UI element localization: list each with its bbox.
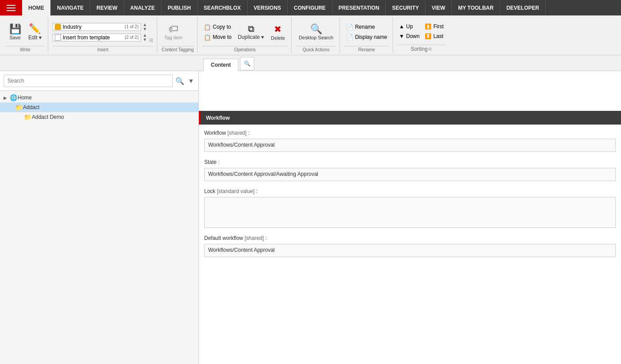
template-down-arrow[interactable]: ▼ [143, 38, 147, 42]
tree-node-home[interactable]: ▶ 🌐 Home [0, 93, 198, 102]
delete-button[interactable]: ✖ Delete [268, 23, 288, 42]
menu-item-publish[interactable]: PUBLISH [161, 0, 198, 15]
ribbon-group-rename: 📄 Rename 📄 Display name Rename [341, 17, 393, 53]
edit-label: Edit ▾ [28, 34, 42, 41]
menu-item-security[interactable]: SECURITY [386, 0, 426, 15]
move-icon: 📋 [204, 34, 211, 41]
menu-item-presentation[interactable]: PRESENTATION [332, 0, 386, 15]
lock-field-row: Lock [standard value] : [204, 188, 616, 228]
lock-value [204, 197, 616, 228]
main-area: 🔍 ▼ ▶ 🌐 Home 📁 Addact 📁 Addact Demo [0, 71, 621, 364]
display-name-button[interactable]: 📄 Display name [344, 33, 389, 42]
industry-icon [55, 24, 61, 30]
default-workflow-label: Default workflow [shared] : [204, 235, 616, 241]
insert-buttons: Industry (1 of 2) ▲ ▼ Insert from templa… [53, 17, 153, 45]
menu-item-developer[interactable]: DEVELOPER [500, 0, 546, 15]
content-area: Workflow Workflow [shared] : Workflows/C… [199, 71, 621, 364]
rename-group-label: Rename [344, 46, 389, 53]
industry-down-arrow[interactable]: ▼ [143, 27, 147, 31]
left-panel: 🔍 ▼ ▶ 🌐 Home 📁 Addact 📁 Addact Demo [0, 71, 199, 364]
menu-item-versions[interactable]: VERSIONS [248, 0, 288, 15]
edit-button[interactable]: ✏️ Edit ▾ [26, 23, 44, 42]
content-tabs-bar: Content 🔍 [0, 55, 621, 71]
workflow-shared-text: [shared] [227, 130, 246, 136]
quick-actions-buttons: 🔍 Desktop Search [296, 17, 336, 45]
rename-button[interactable]: 📄 Rename [344, 23, 389, 31]
menu-item-review[interactable]: REVIEW [90, 0, 124, 15]
copy-to-button[interactable]: 📋 Copy to [202, 23, 233, 31]
tree-label-home: Home [18, 95, 32, 101]
desktop-search-button[interactable]: 🔍 Desktop Search [296, 23, 336, 41]
sort-first-button[interactable]: ⏫ First [423, 23, 445, 30]
copy-to-label: Copy to [213, 24, 231, 30]
template-up-arrow[interactable]: ▲ [143, 33, 147, 38]
hamburger-icon [7, 5, 15, 11]
tab-search-button[interactable]: 🔍 [240, 57, 254, 70]
insert-from-template-label: Insert from template [63, 34, 110, 41]
menu-item-searchblox[interactable]: SEARCHBLOX [198, 0, 248, 15]
up-label: Up [406, 23, 413, 30]
first-icon: ⏫ [425, 23, 431, 30]
rename-stacked: 📄 Rename 📄 Display name [344, 23, 389, 42]
menu-item-analyze[interactable]: ANALYZE [124, 0, 162, 15]
workflow-value: Workflows/Content Approval [204, 139, 616, 152]
state-label: State : [204, 159, 616, 165]
right-panel: Workflow Workflow [shared] : Workflows/C… [199, 71, 621, 364]
search-button[interactable]: 🔍 [175, 76, 185, 86]
folder-icon-addact-demo: 📁 [24, 114, 31, 121]
operations-buttons: 📋 Copy to 📋 Move to ⧉ Duplicate ▾ ✖ Dele… [202, 17, 288, 45]
ribbon-group-write: 💾 Save ✏️ Edit ▾ Write [3, 17, 48, 53]
workflow-section: Workflow Workflow [shared] : Workflows/C… [199, 111, 621, 269]
menu-item-my-toolbar[interactable]: MY TOOLBAR [452, 0, 500, 15]
content-top-space [199, 71, 621, 111]
industry-arrows-2: ▲ ▼ [143, 33, 147, 42]
display-name-icon: 📄 [346, 34, 353, 41]
tree-label-addact-demo: Addact Demo [32, 114, 64, 120]
lock-label: Lock [standard value] : [204, 188, 616, 194]
move-to-button[interactable]: 📋 Move to [202, 33, 233, 42]
tree-node-addact-demo[interactable]: 📁 Addact Demo [0, 112, 198, 122]
rename-icon: 📄 [346, 24, 353, 30]
duplicate-button[interactable]: ⧉ Duplicate ▾ [235, 23, 267, 41]
search-input[interactable] [4, 75, 173, 87]
hamburger-menu-button[interactable] [0, 0, 22, 15]
last-label: Last [433, 33, 443, 39]
menu-item-navigate[interactable]: NAVIGATE [51, 0, 90, 15]
ribbon: 💾 Save ✏️ Edit ▾ Write [0, 15, 621, 55]
tree-label-addact: Addact [23, 104, 39, 110]
save-icon: 💾 [9, 24, 21, 34]
tab-search-icon: 🔍 [244, 61, 251, 67]
sort-last-button[interactable]: ⏬ Last [423, 32, 445, 40]
duplicate-dropdown-arrow: ▾ [261, 34, 264, 40]
sort-up-button[interactable]: ▲ Up [397, 23, 422, 30]
operations-group-label: Operations [202, 46, 288, 53]
ribbon-group-operations: 📋 Copy to 📋 Move to ⧉ Duplicate ▾ ✖ Dele… [198, 17, 292, 53]
menu-item-view[interactable]: VIEW [426, 0, 452, 15]
industry-row-1[interactable]: Industry (1 of 2) [53, 23, 141, 31]
industry-label: Industry [63, 24, 82, 30]
tab-content[interactable]: Content [203, 59, 238, 71]
content-tagging-buttons: 🏷 Tag item [162, 17, 194, 45]
menu-item-configure[interactable]: CONFIGURE [288, 0, 332, 15]
desktop-search-label: Desktop Search [299, 35, 333, 40]
insert-nav: Industry (1 of 2) ▲ ▼ Insert from templa… [53, 23, 147, 42]
content-tagging-label: Content Tagging [162, 46, 194, 53]
industry-up-arrow[interactable]: ▲ [143, 23, 147, 27]
industry-row-2[interactable]: Insert from template (2 of 2) [53, 34, 141, 42]
tree-node-addact[interactable]: 📁 Addact [0, 102, 198, 112]
tag-item-button[interactable]: 🏷 Tag item [162, 23, 186, 41]
sort-down-button[interactable]: ▼ Down [397, 32, 422, 40]
search-dropdown-button[interactable]: ▼ [187, 76, 195, 85]
industry-selector: Industry (1 of 2) ▲ ▼ Insert from templa… [53, 23, 147, 42]
up-arrow-icon: ▲ [399, 23, 404, 30]
sorting-expand-icon: ⊞ [428, 47, 432, 51]
delete-label: Delete [271, 35, 285, 41]
down-arrow-icon: ▼ [399, 33, 404, 39]
save-button[interactable]: 💾 Save [6, 23, 24, 41]
state-field-row: State : Workflows/Content Approval/Await… [204, 159, 616, 181]
menu-item-home[interactable]: HOME [22, 0, 51, 15]
write-group-label: Write [6, 46, 44, 53]
quick-actions-label: Quick Actions [296, 46, 336, 53]
tree-toggle-home: ▶ [4, 95, 9, 100]
workflow-label: Workflow [shared] : [204, 130, 616, 136]
